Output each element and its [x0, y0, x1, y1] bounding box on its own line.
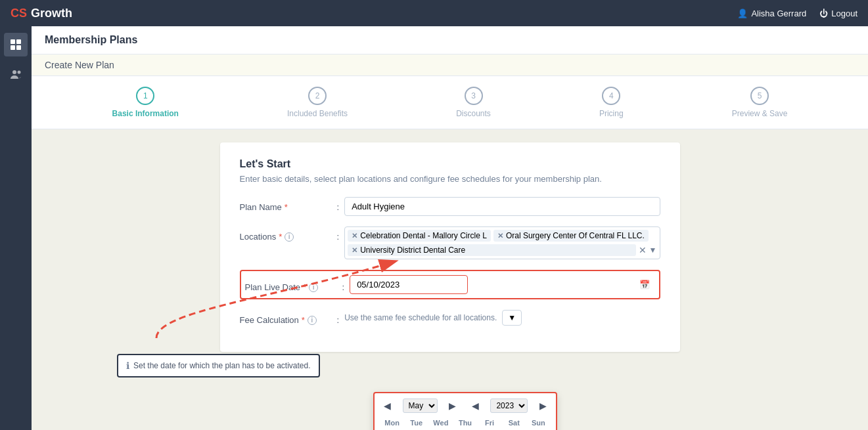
- tooltip-text: Set the date for which the plan has to b…: [133, 361, 311, 370]
- svg-point-4: [12, 70, 16, 74]
- tooltip-icon: ℹ: [126, 360, 129, 371]
- logout-button[interactable]: ⏻ Logout: [819, 9, 857, 18]
- cal-header-sun: Sun: [526, 417, 551, 429]
- calendar-prev-month-button[interactable]: ◀: [380, 399, 395, 412]
- step-1[interactable]: 1Basic Information: [112, 87, 179, 118]
- calendar-popup: ◀ May ▶ ◀ 2023 ▶ Mon Tue Wed Thu: [373, 392, 557, 430]
- fee-calculation-text: Use the same fee schedule for all locati…: [344, 313, 497, 322]
- colon: :: [342, 277, 345, 292]
- fee-calculation-input-area: Use the same fee schedule for all locati…: [344, 310, 660, 326]
- step-circle-4: 4: [602, 87, 620, 105]
- svg-rect-2: [11, 45, 15, 50]
- colon: :: [337, 310, 340, 325]
- plan-live-date-label: Plan Live Date * i: [245, 277, 337, 292]
- cal-header-tue: Tue: [404, 417, 428, 429]
- plan-name-row: Plan Name * :: [240, 197, 660, 216]
- step-3[interactable]: 3Discounts: [456, 87, 491, 118]
- required-star: *: [279, 232, 282, 242]
- page-title: Membership Plans: [45, 34, 855, 46]
- username: Alisha Gerrard: [751, 9, 806, 18]
- tags-clear-button[interactable]: ✕: [639, 245, 647, 255]
- plan-live-date-info-icon[interactable]: i: [309, 283, 318, 292]
- location-tag-3: ✕ University District Dental Care: [348, 244, 635, 256]
- plan-live-date-row: Plan Live Date * i : 📅: [240, 270, 660, 299]
- calendar-icon[interactable]: 📅: [639, 280, 650, 290]
- locations-input-area: ✕ Celebration Dental - Mallory Circle L …: [344, 226, 660, 259]
- location-tag-label-1: Celebration Dental - Mallory Circle L: [360, 231, 487, 240]
- step-label-1: Basic Information: [112, 109, 179, 118]
- step-label-2: Included Benefits: [287, 109, 348, 118]
- step-5[interactable]: 5Preview & Save: [732, 87, 788, 118]
- logout-icon: ⏻: [819, 9, 828, 18]
- step-4[interactable]: 4Pricing: [599, 87, 624, 118]
- location-tag-remove-1[interactable]: ✕: [352, 232, 357, 240]
- step-label-4: Pricing: [599, 109, 624, 118]
- svg-rect-0: [11, 39, 15, 44]
- calendar-next-year-button[interactable]: ▶: [536, 399, 551, 412]
- fee-calculation-content: Use the same fee schedule for all locati…: [344, 310, 660, 326]
- calendar-month-select[interactable]: May: [403, 398, 438, 413]
- step-circle-1: 1: [136, 87, 154, 105]
- required-star: *: [285, 202, 288, 212]
- locations-tags-container: ✕ Celebration Dental - Mallory Circle L …: [344, 226, 660, 259]
- step-label-3: Discounts: [456, 109, 491, 118]
- main-content: Membership Plans Create New Plan 1Basic …: [32, 26, 868, 430]
- logout-label: Logout: [831, 9, 857, 18]
- app-layout: Membership Plans Create New Plan 1Basic …: [0, 26, 868, 430]
- brand-cs: CS: [11, 7, 27, 20]
- svg-point-5: [18, 71, 21, 74]
- calendar-header-row: Mon Tue Wed Thu Fri Sat Sun: [380, 417, 551, 429]
- fee-calculation-dropdown[interactable]: ▼: [502, 310, 522, 326]
- top-nav-right: 👤 Alisha Gerrard ⏻ Logout: [737, 9, 857, 18]
- tags-dropdown-button[interactable]: ▼: [649, 246, 657, 255]
- step-2[interactable]: 2Included Benefits: [287, 87, 348, 118]
- locations-row: Locations * i : ✕ Celebration Dental - M…: [240, 226, 660, 259]
- fee-calculation-info-icon[interactable]: i: [308, 316, 317, 325]
- step-circle-2: 2: [308, 87, 327, 105]
- calendar-next-month-button[interactable]: ▶: [445, 399, 460, 412]
- brand-logo: CS Growth: [11, 7, 72, 20]
- stepper: 1Basic Information2Included Benefits3Dis…: [32, 76, 868, 129]
- sidebar-item-people[interactable]: [4, 63, 28, 87]
- cal-header-mon: Mon: [380, 417, 404, 429]
- required-star: *: [303, 282, 306, 292]
- location-tag-remove-2[interactable]: ✕: [497, 232, 503, 240]
- colon: :: [337, 197, 340, 212]
- top-navigation: CS Growth 👤 Alisha Gerrard ⏻ Logout: [0, 0, 868, 26]
- step-circle-5: 5: [750, 87, 769, 105]
- brand-name: Growth: [31, 7, 72, 20]
- fee-calculation-label: Fee Calculation * i: [240, 310, 332, 325]
- date-input-wrapper: 📅: [350, 275, 654, 294]
- svg-rect-1: [16, 39, 21, 44]
- svg-rect-3: [16, 45, 21, 50]
- location-tag-label-2: Oral Surgery Center Of Central FL LLC.: [506, 231, 645, 240]
- page-header: Membership Plans: [32, 26, 868, 54]
- location-tag-remove-3[interactable]: ✕: [352, 246, 357, 255]
- tooltip-box: ℹ Set the date for which the plan has to…: [117, 354, 320, 377]
- plan-live-date-input[interactable]: [350, 275, 468, 294]
- locations-label: Locations * i: [240, 226, 332, 242]
- fee-calculation-row: Fee Calculation * i : Use the same fee s…: [240, 310, 660, 326]
- calendar-prev-year-button[interactable]: ◀: [468, 399, 483, 412]
- user-icon: 👤: [737, 9, 748, 18]
- sidebar-item-dashboard[interactable]: [4, 33, 28, 56]
- plan-live-date-input-area: 📅: [350, 275, 654, 294]
- plan-name-input[interactable]: [344, 197, 660, 216]
- calendar-nav-row: ◀ May ▶ ◀ 2023 ▶: [380, 398, 551, 413]
- form-card: Let's Start Enter basic details, select …: [220, 142, 680, 352]
- user-menu[interactable]: 👤 Alisha Gerrard: [737, 9, 806, 18]
- locations-info-icon[interactable]: i: [285, 232, 294, 242]
- plan-name-input-area: [344, 197, 660, 216]
- cal-header-fri: Fri: [478, 417, 502, 429]
- calendar-year-select[interactable]: 2023: [490, 398, 528, 413]
- form-subtitle: Enter basic details, select plan locatio…: [240, 174, 660, 184]
- form-title: Let's Start: [240, 158, 660, 170]
- location-tag-label-3: University District Dental Care: [360, 246, 465, 255]
- sub-header: Create New Plan: [32, 54, 868, 76]
- step-circle-3: 3: [465, 87, 483, 105]
- cal-header-thu: Thu: [453, 417, 477, 429]
- sidebar: [0, 26, 32, 430]
- cal-header-wed: Wed: [428, 417, 453, 429]
- location-tag-2: ✕ Oral Surgery Center Of Central FL LLC.: [493, 230, 649, 242]
- step-label-5: Preview & Save: [732, 109, 788, 118]
